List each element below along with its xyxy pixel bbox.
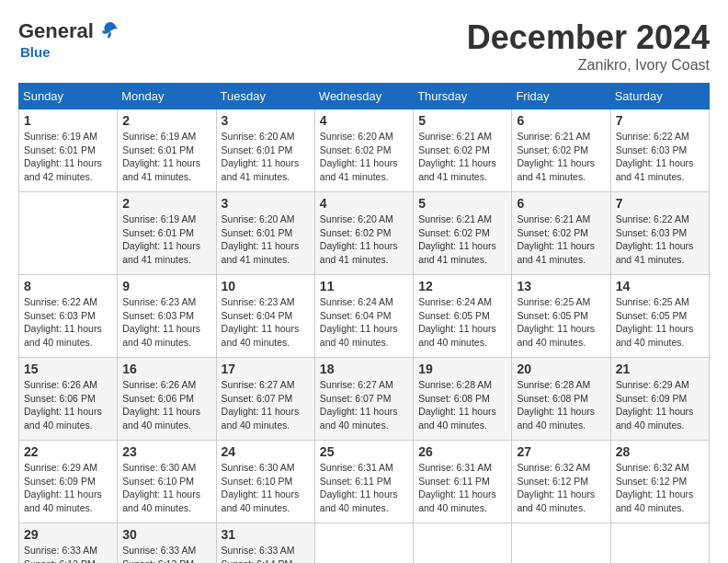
- day-number: 18: [320, 362, 408, 376]
- day-info: Sunrise: 6:21 AM Sunset: 6:02 PM Dayligh…: [517, 130, 605, 184]
- table-row: 12Sunrise: 6:24 AM Sunset: 6:05 PM Dayli…: [414, 275, 512, 358]
- table-row: [19, 192, 118, 275]
- day-number: 26: [418, 444, 506, 459]
- table-row: 22Sunrise: 6:29 AM Sunset: 6:09 PM Dayli…: [19, 441, 118, 523]
- calendar-week-row: 22Sunrise: 6:29 AM Sunset: 6:09 PM Dayli…: [19, 441, 710, 523]
- table-row: 3Sunrise: 6:20 AM Sunset: 6:01 PM Daylig…: [216, 192, 314, 275]
- day-number: 27: [517, 444, 605, 459]
- col-thursday: Thursday: [414, 84, 512, 109]
- logo: General Blue: [18, 18, 123, 60]
- day-number: 6: [517, 113, 605, 128]
- title-section: December 2024 Zanikro, Ivory Coast: [467, 18, 710, 74]
- table-row: 15Sunrise: 6:26 AM Sunset: 6:06 PM Dayli…: [19, 358, 118, 441]
- day-number: 22: [24, 444, 112, 459]
- day-number: 17: [222, 362, 310, 376]
- day-info: Sunrise: 6:27 AM Sunset: 6:07 PM Dayligh…: [222, 378, 310, 432]
- day-info: Sunrise: 6:23 AM Sunset: 6:03 PM Dayligh…: [122, 295, 210, 350]
- day-info: Sunrise: 6:26 AM Sunset: 6:06 PM Dayligh…: [24, 378, 112, 432]
- table-row: 2Sunrise: 6:19 AM Sunset: 6:01 PM Daylig…: [118, 109, 216, 192]
- table-row: 11Sunrise: 6:24 AM Sunset: 6:04 PM Dayli…: [314, 275, 413, 358]
- table-row: 16Sunrise: 6:26 AM Sunset: 6:06 PM Dayli…: [118, 358, 216, 441]
- day-info: Sunrise: 6:21 AM Sunset: 6:02 PM Dayligh…: [517, 213, 605, 267]
- day-number: 8: [24, 279, 112, 293]
- table-row: 30Sunrise: 6:33 AM Sunset: 6:13 PM Dayli…: [118, 523, 216, 564]
- calendar-week-row: 29Sunrise: 6:33 AM Sunset: 6:13 PM Dayli…: [19, 523, 710, 564]
- table-row: 29Sunrise: 6:33 AM Sunset: 6:13 PM Dayli…: [19, 523, 118, 564]
- day-info: Sunrise: 6:19 AM Sunset: 6:01 PM Dayligh…: [24, 130, 112, 184]
- table-row: 18Sunrise: 6:27 AM Sunset: 6:07 PM Dayli…: [314, 358, 413, 441]
- calendar-table: Sunday Monday Tuesday Wednesday Thursday…: [18, 83, 710, 563]
- calendar-week-row: 2Sunrise: 6:19 AM Sunset: 6:01 PM Daylig…: [19, 192, 710, 275]
- table-row: 26Sunrise: 6:31 AM Sunset: 6:11 PM Dayli…: [414, 441, 512, 523]
- day-info: Sunrise: 6:29 AM Sunset: 6:09 PM Dayligh…: [616, 378, 704, 432]
- calendar-header-row: Sunday Monday Tuesday Wednesday Thursday…: [19, 84, 710, 109]
- day-info: Sunrise: 6:22 AM Sunset: 6:03 PM Dayligh…: [616, 130, 704, 184]
- day-number: 7: [616, 196, 704, 211]
- day-number: 4: [320, 113, 408, 128]
- day-number: 29: [24, 527, 112, 542]
- table-row: 1Sunrise: 6:19 AM Sunset: 6:01 PM Daylig…: [19, 109, 118, 192]
- table-row: 14Sunrise: 6:25 AM Sunset: 6:05 PM Dayli…: [610, 275, 709, 358]
- day-info: Sunrise: 6:21 AM Sunset: 6:02 PM Dayligh…: [418, 130, 506, 184]
- day-number: 24: [222, 444, 310, 459]
- table-row: 10Sunrise: 6:23 AM Sunset: 6:04 PM Dayli…: [216, 275, 314, 358]
- table-row: 2Sunrise: 6:19 AM Sunset: 6:01 PM Daylig…: [118, 192, 216, 275]
- table-row: [314, 523, 413, 564]
- day-number: 16: [122, 362, 210, 376]
- table-row: 9Sunrise: 6:23 AM Sunset: 6:03 PM Daylig…: [118, 275, 216, 358]
- table-row: [610, 523, 709, 564]
- table-row: 7Sunrise: 6:22 AM Sunset: 6:03 PM Daylig…: [610, 192, 709, 275]
- day-number: 14: [616, 279, 704, 293]
- col-tuesday: Tuesday: [216, 84, 314, 109]
- month-title: December 2024: [467, 18, 710, 57]
- day-number: 13: [517, 279, 605, 293]
- table-row: 19Sunrise: 6:28 AM Sunset: 6:08 PM Dayli…: [414, 358, 512, 441]
- day-info: Sunrise: 6:22 AM Sunset: 6:03 PM Dayligh…: [24, 295, 112, 350]
- day-number: 5: [418, 196, 506, 211]
- day-number: 4: [320, 196, 408, 211]
- day-number: 2: [122, 196, 210, 211]
- table-row: 20Sunrise: 6:28 AM Sunset: 6:08 PM Dayli…: [512, 358, 610, 441]
- table-row: [414, 523, 512, 564]
- table-row: 7Sunrise: 6:22 AM Sunset: 6:03 PM Daylig…: [610, 109, 709, 192]
- day-number: 28: [616, 444, 704, 459]
- day-info: Sunrise: 6:28 AM Sunset: 6:08 PM Dayligh…: [517, 378, 605, 432]
- day-number: 9: [122, 279, 210, 293]
- day-number: 10: [222, 279, 310, 293]
- day-info: Sunrise: 6:28 AM Sunset: 6:08 PM Dayligh…: [418, 378, 506, 432]
- day-info: Sunrise: 6:32 AM Sunset: 6:12 PM Dayligh…: [517, 461, 605, 515]
- table-row: 28Sunrise: 6:32 AM Sunset: 6:12 PM Dayli…: [610, 441, 709, 523]
- day-number: 15: [24, 362, 112, 376]
- calendar-week-row: 8Sunrise: 6:22 AM Sunset: 6:03 PM Daylig…: [19, 275, 710, 358]
- day-number: 31: [222, 527, 310, 542]
- day-number: 21: [616, 362, 704, 376]
- page-header: General Blue December 2024 Zanikro, Ivor…: [18, 18, 710, 74]
- day-number: 19: [418, 362, 506, 376]
- table-row: 21Sunrise: 6:29 AM Sunset: 6:09 PM Dayli…: [610, 358, 709, 441]
- col-sunday: Sunday: [19, 84, 118, 109]
- day-number: 11: [320, 279, 408, 293]
- table-row: 23Sunrise: 6:30 AM Sunset: 6:10 PM Dayli…: [118, 441, 216, 523]
- table-row: 4Sunrise: 6:20 AM Sunset: 6:02 PM Daylig…: [314, 192, 413, 275]
- day-info: Sunrise: 6:24 AM Sunset: 6:05 PM Dayligh…: [418, 295, 506, 350]
- table-row: 3Sunrise: 6:20 AM Sunset: 6:01 PM Daylig…: [216, 109, 314, 192]
- table-row: 8Sunrise: 6:22 AM Sunset: 6:03 PM Daylig…: [19, 275, 118, 358]
- day-info: Sunrise: 6:26 AM Sunset: 6:06 PM Dayligh…: [122, 378, 210, 432]
- day-info: Sunrise: 6:22 AM Sunset: 6:03 PM Dayligh…: [616, 213, 704, 267]
- day-number: 12: [418, 279, 506, 293]
- day-number: 3: [222, 113, 310, 128]
- logo-general: General: [18, 19, 94, 43]
- table-row: 5Sunrise: 6:21 AM Sunset: 6:02 PM Daylig…: [414, 192, 512, 275]
- logo-bird-icon: [97, 18, 123, 44]
- day-info: Sunrise: 6:33 AM Sunset: 6:13 PM Dayligh…: [24, 544, 112, 563]
- day-info: Sunrise: 6:31 AM Sunset: 6:11 PM Dayligh…: [320, 461, 408, 515]
- table-row: 6Sunrise: 6:21 AM Sunset: 6:02 PM Daylig…: [512, 109, 610, 192]
- day-info: Sunrise: 6:21 AM Sunset: 6:02 PM Dayligh…: [418, 213, 506, 267]
- day-number: 5: [418, 113, 506, 128]
- day-info: Sunrise: 6:33 AM Sunset: 6:14 PM Dayligh…: [222, 544, 310, 563]
- table-row: 5Sunrise: 6:21 AM Sunset: 6:02 PM Daylig…: [414, 109, 512, 192]
- col-friday: Friday: [512, 84, 610, 109]
- day-number: 3: [222, 196, 310, 211]
- day-info: Sunrise: 6:20 AM Sunset: 6:02 PM Dayligh…: [320, 213, 408, 267]
- logo-blue-text: Blue: [20, 44, 51, 60]
